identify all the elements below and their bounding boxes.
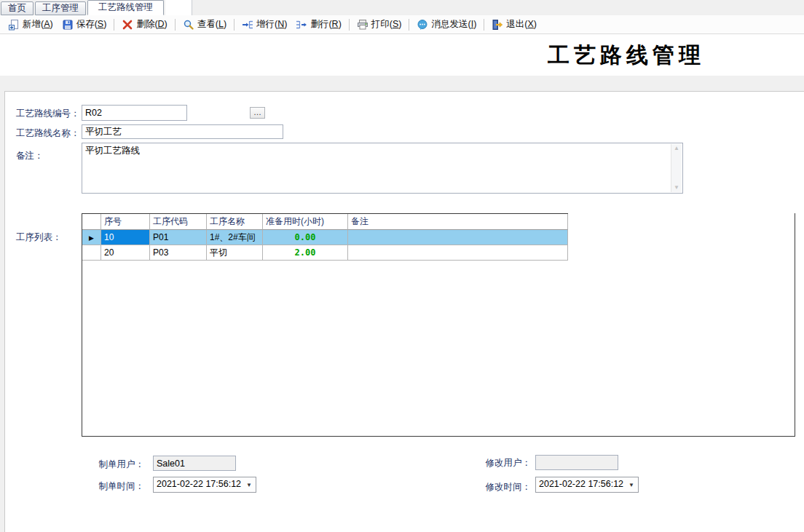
toolbar-separator [175,19,176,31]
create-time-value: 2021-02-22 17:56:12 [157,479,241,489]
print-icon [357,19,368,31]
grid-header-prep-hours[interactable]: 准备用时(小时) [263,214,348,230]
remark-label: 备注： [16,150,44,162]
tab-strip: 首页 工序管理 工艺路线管理 [0,0,804,15]
process-route-management-window: 首页 工序管理 工艺路线管理 新增(A) 保存(S) [0,0,804,532]
exit-button[interactable]: 退出(X) [487,16,541,33]
modify-time-label: 修改时间： [481,481,531,493]
toolbar-separator [234,19,234,31]
toolbar-separator [484,19,484,31]
toolbar-separator [349,19,350,31]
toolbar: 新增(A) 保存(S) 删除(D) 查看(L) [0,15,804,34]
tab-process-management[interactable]: 工序管理 [35,1,86,15]
cell-name[interactable]: 1#、2#车间 [207,230,263,245]
delete-icon [122,19,133,31]
cell-remark[interactable] [348,230,568,245]
exit-icon [492,19,503,31]
create-time-label: 制单时间： [93,480,144,493]
cell-prep-hours[interactable]: 0.00 [263,230,348,245]
view-button-label: 查看(L) [197,18,226,31]
current-row-marker-icon: ▶ [89,234,94,242]
create-time-picker[interactable]: 2021-02-22 17:56:12 ▼ [153,477,256,493]
modifier-input[interactable] [535,455,618,470]
save-button[interactable]: 保存(S) [58,16,111,33]
grid-header-selector [82,214,101,230]
toolbar-separator [409,19,409,31]
cell-seq[interactable]: 20 [101,245,150,261]
add-row-button-label: 增行(N) [256,18,287,31]
cell-code[interactable]: P03 [150,245,207,261]
message-send-icon [417,19,428,31]
scroll-down-icon[interactable]: ▼ [674,183,679,192]
remark-text: 平切工艺路线 [85,145,668,157]
add-row-icon [242,19,253,31]
grid-header-seq[interactable]: 序号 [101,214,150,230]
delete-row-button-label: 删行(R) [310,18,341,31]
chevron-down-icon[interactable]: ▼ [628,482,634,488]
grid-header-remark[interactable]: 备注 [348,214,568,230]
process-grid-table: 序号 工序代码 工序名称 准备用时(小时) 备注 ▶ 10 P01 1#、2#车… [82,213,568,261]
new-button[interactable]: 新增(A) [4,16,58,33]
route-name-input[interactable] [82,124,283,139]
delete-button-label: 删除(D) [136,18,167,31]
cell-prep-hours[interactable]: 2.00 [263,245,348,261]
cell-seq[interactable]: 10 [101,230,150,245]
tabstrip-spacer [165,0,192,15]
cell-name[interactable]: 平切 [207,245,263,261]
save-icon [62,19,74,31]
message-send-button[interactable]: 消息发送(I) [412,16,481,33]
modify-time-picker[interactable]: 2021-02-22 17:56:12 ▼ [535,477,639,493]
print-button[interactable]: 打印(S) [352,16,406,33]
route-code-label: 工艺路线编号： [16,108,80,120]
new-button-label: 新增(A) [23,18,53,31]
table-row[interactable]: ▶ 10 P01 1#、2#车间 0.00 [82,230,568,245]
remark-textarea[interactable]: 平切工艺路线 ▲ ▼ [82,143,683,194]
modify-time-value: 2021-02-22 17:56:12 [539,479,623,489]
ellipsis-icon: … [253,108,261,116]
delete-button[interactable]: 删除(D) [117,16,171,33]
modifier-label: 修改用户： [481,457,531,469]
delete-row-icon [296,19,307,31]
view-button[interactable]: 查看(L) [178,16,231,33]
cell-remark[interactable] [348,245,568,261]
exit-button-label: 退出(X) [506,18,537,31]
view-icon [183,19,194,31]
grid-header-code[interactable]: 工序代码 [150,214,207,230]
row-selector-cell[interactable] [82,245,101,261]
message-send-button-label: 消息发送(I) [431,18,476,31]
add-new-icon [8,19,20,31]
process-list-label: 工序列表： [16,231,62,244]
remark-scrollbar[interactable]: ▲ ▼ [671,144,682,192]
grid-header-name[interactable]: 工序名称 [207,214,263,230]
table-row[interactable]: 20 P03 平切 2.00 [82,245,568,261]
save-button-label: 保存(S) [76,18,107,31]
route-code-lookup-button[interactable]: … [250,107,265,119]
grid-header-row: 序号 工序代码 工序名称 准备用时(小时) 备注 [82,214,568,230]
creator-label: 制单用户： [93,458,144,471]
chevron-down-icon[interactable]: ▼ [246,482,252,488]
tab-process-route-management[interactable]: 工艺路线管理 [87,0,164,15]
add-row-button[interactable]: 增行(N) [237,16,291,33]
tab-home[interactable]: 首页 [1,1,34,15]
cell-code[interactable]: P01 [150,230,207,245]
page-title: 工艺路线管理 [548,41,705,71]
delete-row-button[interactable]: 删行(R) [291,16,345,33]
creator-input[interactable] [153,456,236,471]
process-grid[interactable]: 序号 工序代码 工序名称 准备用时(小时) 备注 ▶ 10 P01 1#、2#车… [82,213,795,437]
toolbar-separator [114,19,114,31]
route-code-input[interactable] [82,105,187,121]
route-name-label: 工艺路线名称： [16,127,80,140]
print-button-label: 打印(S) [371,18,402,31]
row-selector-cell[interactable]: ▶ [82,230,101,245]
scroll-up-icon[interactable]: ▲ [674,144,679,153]
